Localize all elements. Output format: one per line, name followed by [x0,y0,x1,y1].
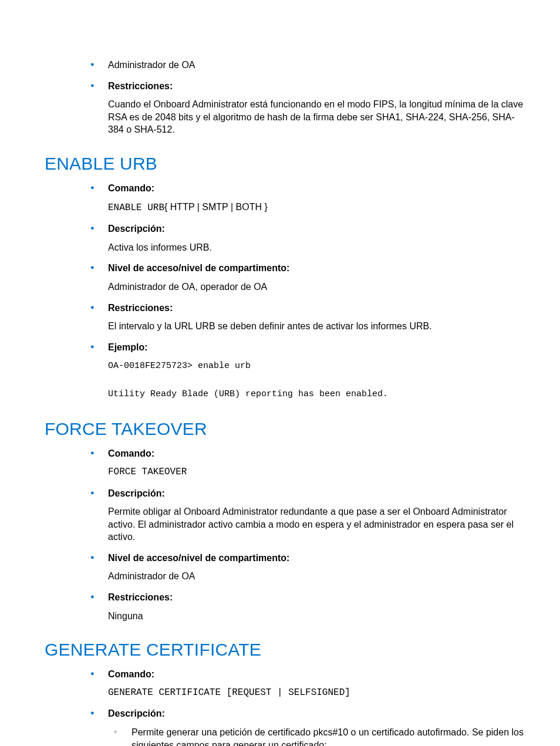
sec2-restr-label: Restricciones: [108,591,528,604]
sec3-desc-item: Descripción: Permite generar una petició… [90,707,528,746]
sec2-desc-label: Descripción: [108,487,528,500]
sec1-acc-label: Nivel de acceso/nivel de compartimento: [108,262,528,275]
sec1-cmd-body: ENABLE URB{ HTTP | SMTP | BOTH } [108,201,528,215]
intro-text: Administrador de OA [108,59,528,72]
heading-force-takeover: FORCE TAKEOVER [45,419,528,439]
sec1-cmd-code: ENABLE URB [108,202,164,213]
intro-restr-item: Restricciones: Cuando el Onboard Adminis… [90,80,528,136]
sec1-list: Comando: ENABLE URB{ HTTP | SMTP | BOTH … [90,182,528,401]
sec2-acc-label: Nivel de acceso/nivel de compartimento: [108,552,528,565]
sec1-ex-label: Ejemplo: [108,341,528,354]
sec3-cmd-code: GENERATE CERTIFICATE [REQUEST | SELFSIGN… [108,687,528,700]
sec2-cmd-code: FORCE TAKEOVER [108,466,528,479]
sec3-desc-sublist: Permite generar una petición de certific… [108,726,528,746]
sec2-restr-item: Restricciones: Ninguna [90,591,528,622]
sec1-restr-item: Restricciones: El intervalo y la URL URB… [90,302,528,333]
sec3-list: Comando: GENERATE CERTIFICATE [REQUEST |… [90,668,528,746]
sec1-acc-item: Nivel de acceso/nivel de compartimento: … [90,262,528,293]
sec2-desc-body: Permite obligar al Onboard Administrator… [108,505,528,544]
intro-restr-body: Cuando el Onboard Administrator está fun… [108,98,528,136]
sec3-cmd-label: Comando: [108,668,528,681]
sec2-acc-item: Nivel de acceso/nivel de compartimento: … [90,552,528,583]
sec2-cmd-item: Comando: FORCE TAKEOVER [90,447,528,478]
sec1-ex-item: Ejemplo: OA-0018FE275723> enable urb Uti… [90,341,528,402]
intro-restr-label: Restricciones: [108,80,528,93]
sec1-restr-body: El intervalo y la URL URB se deben defin… [108,320,528,333]
sec3-desc-label: Descripción: [108,707,528,720]
sec1-cmd-item: Comando: ENABLE URB{ HTTP | SMTP | BOTH … [90,182,528,214]
intro-restr-list: Restricciones: Cuando el Onboard Adminis… [90,80,528,136]
sec2-desc-item: Descripción: Permite obligar al Onboard … [90,487,528,544]
sec1-cmd-tail: { HTTP | SMTP | BOTH } [164,202,268,212]
sec2-acc-body: Administrador de OA [108,570,528,583]
sec1-acc-body: Administrador de OA, operador de OA [108,281,528,293]
heading-generate-certificate: GENERATE CERTIFICATE [45,640,528,660]
sec1-restr-label: Restricciones: [108,302,528,315]
heading-enable-urb: ENABLE URB [45,154,528,174]
sec2-list: Comando: FORCE TAKEOVER Descripción: Per… [90,447,528,622]
page: Administrador de OA Restricciones: Cuand… [0,0,560,746]
sec1-cmd-label: Comando: [108,182,528,195]
sec2-restr-body: Ninguna [108,610,528,623]
sec1-desc-label: Descripción: [108,222,528,235]
sec1-ex-code: OA-0018FE275723> enable urb Utility Read… [108,359,528,401]
sec3-desc-sub-0: Permite generar una petición de certific… [108,726,528,746]
sec3-cmd-item: Comando: GENERATE CERTIFICATE [REQUEST |… [90,668,528,699]
sec1-desc-item: Descripción: Activa los informes URB. [90,222,528,254]
sec2-cmd-label: Comando: [108,447,528,460]
sec1-desc-body: Activa los informes URB. [108,241,528,254]
